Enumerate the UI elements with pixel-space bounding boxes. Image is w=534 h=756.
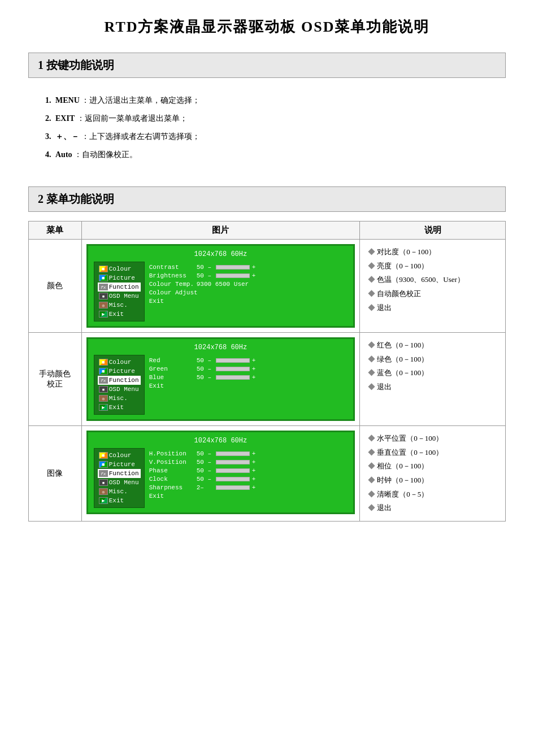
osd-menu-item-2: fxFunction	[98, 376, 141, 385]
osd-menu-icon-1: ■	[99, 275, 108, 281]
th-desc: 说明	[360, 221, 506, 240]
desc-item-0-2: 色温（9300、6500、User）	[368, 273, 497, 287]
key-item-4: 4. Auto ：自动图像校正。	[45, 147, 494, 163]
section2-header: 2 菜单功能说明	[28, 186, 506, 212]
desc-item-0-3: 自动颜色校正	[368, 287, 497, 301]
osd-menu-icon-5: ►	[99, 497, 108, 504]
osd-row-0-2: Colour Temp.9300 6500 User	[149, 281, 343, 288]
osd-menu-icon-5: ►	[99, 404, 108, 411]
osd-menu-item-5: ►Exit	[98, 310, 141, 319]
osd-menu-icon-1: ■	[99, 368, 108, 375]
desc-item-2-0: 水平位置（0－100）	[368, 432, 497, 446]
key-list: 1. MENU ：进入活退出主菜单，确定选择； 2. EXIT ：返回前一菜单或…	[28, 87, 506, 171]
page-title: RTD方案液晶显示器驱动板 OSD菜单功能说明	[28, 17, 506, 37]
desc-item-2-1: 垂直位置（0－100）	[368, 446, 497, 460]
desc-item-0-0: 对比度（0－100）	[368, 245, 497, 259]
desc-item-1-2: 蓝色（0－100）	[368, 366, 497, 380]
osd-menu-item-0: ■Colour	[98, 264, 141, 273]
osd-menu-icon-0: ■	[99, 452, 108, 459]
osd-menu-icon-2: fx	[99, 377, 108, 384]
osd-menu-icon-0: ■	[99, 266, 108, 272]
osd-row-2-4: Sharpness2–+	[149, 484, 343, 491]
osd-left-menu: ■Colour■PicturefxFunction■OSD Menu◎Misc.…	[94, 355, 145, 415]
osd-menu-icon-1: ■	[99, 461, 108, 468]
menu-label-0: 颜色	[29, 240, 82, 333]
osd-menu-icon-4: ◎	[99, 395, 108, 402]
osd-row-2-1: V.Position50 –+	[149, 459, 343, 466]
osd-menu-item-1: ■Picture	[98, 273, 141, 283]
key-item-2: 2. EXIT ：返回前一菜单或者退出菜单；	[45, 111, 494, 127]
osd-bar-2-2	[216, 468, 250, 473]
desc-item-2-2: 相位（0－100）	[368, 459, 497, 473]
osd-row-1-2: Blue50 –+	[149, 374, 343, 381]
osd-menu-item-5: ►Exit	[98, 496, 141, 505]
key-item-1: 1. MENU ：进入活退出主菜单，确定选择；	[45, 93, 494, 108]
osd-row-2-5: Exit	[149, 493, 343, 499]
osd-bar-1-2	[216, 375, 250, 380]
desc-item-2-4: 清晰度（0－5）	[368, 488, 497, 502]
osd-menu-item-3: ■OSD Menu	[98, 385, 141, 394]
desc-cell-0: 对比度（0－100）亮度（0－100）色温（9300、6500、User）自动颜…	[360, 240, 506, 333]
osd-row-1-0: Red50 –+	[149, 357, 343, 364]
osd-menu-icon-4: ◎	[99, 488, 108, 495]
osd-row-2-0: H.Position50 –+	[149, 450, 343, 457]
osd-menu-icon-3: ■	[99, 386, 108, 393]
section1-header: 1 按键功能说明	[28, 53, 506, 78]
osd-row-0-4: Exit	[149, 298, 343, 305]
osd-menu-item-4: ◎Misc.	[98, 301, 141, 310]
desc-cell-1: 红色（0－100）绿色（0－100）蓝色（0－100）退出	[360, 333, 506, 426]
osd-screen-2: 1024x768 60Hz■Colour■PicturefxFunction■O…	[81, 426, 359, 522]
osd-menu-icon-5: ►	[99, 311, 108, 318]
desc-item-0-4: 退出	[368, 301, 497, 315]
osd-screen-0: 1024x768 60Hz■Colour■PicturefxFunction■O…	[81, 240, 359, 333]
osd-menu-item-3: ■OSD Menu	[98, 478, 141, 487]
osd-bar-0-0	[216, 265, 250, 270]
osd-bar-2-1	[216, 460, 250, 464]
osd-bar-0-1	[216, 273, 250, 278]
osd-menu-icon-3: ■	[99, 293, 108, 299]
osd-menu-item-0: ■Colour	[98, 451, 141, 460]
osd-row-0-3: Colour Adjust	[149, 289, 343, 296]
section2-block: 2 菜单功能说明 菜单 图片 说明 颜色1024x768 60Hz■Colour…	[28, 186, 506, 522]
key-item-3: 3. ＋、－ ：上下选择或者左右调节选择项；	[45, 129, 494, 145]
osd-row-2-3: Clock50 –+	[149, 476, 343, 483]
osd-bar-2-0	[216, 451, 250, 456]
osd-left-menu: ■Colour■PicturefxFunction■OSD Menu◎Misc.…	[94, 262, 145, 321]
osd-bar-2-4	[216, 485, 250, 490]
osd-menu-icon-2: fx	[99, 284, 108, 290]
osd-bar-1-0	[216, 358, 250, 363]
osd-menu-item-1: ■Picture	[98, 367, 141, 376]
desc-item-2-5: 退出	[368, 501, 497, 515]
desc-cell-2: 水平位置（0－100）垂直位置（0－100）相位（0－100）时钟（0－100）…	[360, 426, 506, 522]
osd-menu-icon-3: ■	[99, 479, 108, 486]
menu-label-2: 图像	[29, 426, 82, 522]
osd-menu-item-2: fxFunction	[98, 469, 141, 478]
osd-row-0-1: Brightness50 –+	[149, 272, 343, 279]
osd-row-1-3: Exit	[149, 383, 343, 389]
osd-bar-2-3	[216, 477, 250, 481]
menu-table: 菜单 图片 说明 颜色1024x768 60Hz■Colour■Picturef…	[28, 221, 506, 522]
desc-item-0-1: 亮度（0－100）	[368, 259, 497, 273]
osd-right-content-1: Red50 –+Green50 –+Blue50 –+Exit	[145, 355, 348, 415]
osd-menu-item-4: ◎Misc.	[98, 394, 141, 403]
osd-menu-item-2: fxFunction	[98, 283, 141, 292]
osd-left-menu: ■Colour■PicturefxFunction■OSD Menu◎Misc.…	[94, 448, 145, 508]
osd-row-2-2: Phase50 –+	[149, 467, 343, 474]
osd-menu-icon-2: fx	[99, 470, 108, 477]
osd-menu-item-4: ◎Misc.	[98, 487, 141, 496]
osd-menu-item-0: ■Colour	[98, 358, 141, 367]
osd-bar-1-1	[216, 367, 250, 371]
osd-menu-icon-0: ■	[99, 359, 108, 366]
section1-block: 1 按键功能说明 1. MENU ：进入活退出主菜单，确定选择； 2. EXIT…	[28, 53, 506, 171]
desc-item-1-1: 绿色（0－100）	[368, 353, 497, 367]
osd-menu-item-1: ■Picture	[98, 460, 141, 469]
osd-screen-1: 1024x768 60Hz■Colour■PicturefxFunction■O…	[81, 333, 359, 426]
menu-label-1: 手动颜色 校正	[29, 333, 82, 426]
osd-right-content-0: Contrast50 –+Brightness50 –+Colour Temp.…	[145, 262, 348, 321]
th-img: 图片	[81, 221, 359, 240]
desc-item-2-3: 时钟（0－100）	[368, 473, 497, 488]
osd-right-content-2: H.Position50 –+V.Position50 –+Phase50 –+…	[145, 448, 348, 508]
osd-menu-item-3: ■OSD Menu	[98, 292, 141, 301]
osd-menu-item-5: ►Exit	[98, 403, 141, 412]
osd-menu-icon-4: ◎	[99, 302, 108, 309]
